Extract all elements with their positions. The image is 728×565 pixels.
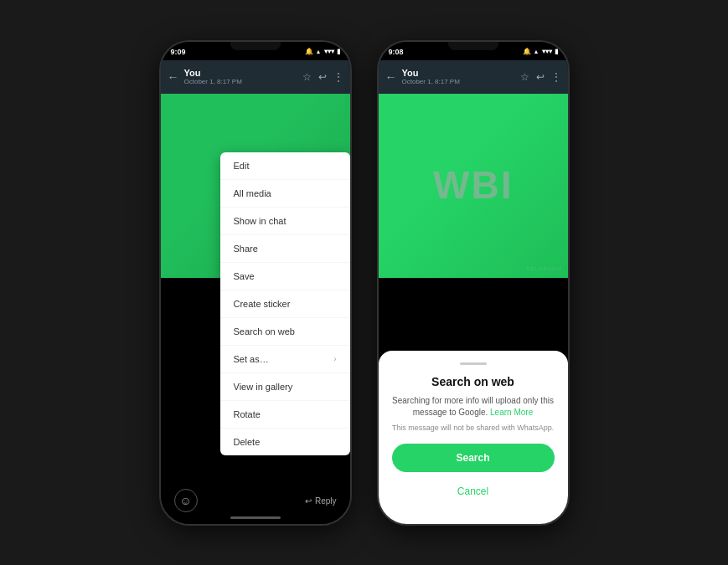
sheet-note: This message will not be shared with Wha… [392,424,555,432]
context-menu-1: Edit All media Show in chat Share Save C… [220,152,350,455]
app-bar-2: ← You October 1, 8:17 PM ☆ ↩ ⋮ [379,60,568,94]
wbi-image-2: WBI CELEBINFO [379,94,568,278]
home-indicator-1 [230,516,281,519]
cancel-button[interactable]: Cancel [392,479,555,504]
notif-icon-2: 🔔 [523,48,531,55]
menu-rotate-label: Rotate [234,409,261,419]
reply-button-1[interactable]: ↩ Reply [305,496,337,506]
sheet-body-line2: message to Google. [413,408,488,417]
wifi-icon: ▾▾▾ [324,48,334,55]
phone-content-1: W CELEBINFO Edit All media Show in chat … [161,94,350,478]
app-title-1: You October 1, 8:17 PM [184,68,297,85]
time-1: 9:09 [171,48,186,56]
battery-icon-2: ▮ [555,48,558,55]
app-bar-icons-1: ☆ ↩ ⋮ [302,71,343,83]
menu-share-label: Share [234,244,258,254]
contact-name-1: You [184,68,297,78]
wifi-icon-2: ▾▾▾ [542,48,552,55]
menu-search-on-web-label: Search on web [234,326,295,336]
emoji-icon: ☺ [179,494,191,507]
contact-date-1: October 1, 8:17 PM [184,78,297,85]
learn-more-link[interactable]: Learn More [490,408,533,417]
reply-label: Reply [315,496,337,506]
menu-show-in-chat[interactable]: Show in chat [220,208,350,235]
phone-2: 9:08 🔔 ▲ ▾▾▾ ▮ ← You October 1, 8:17 PM … [377,40,570,526]
menu-create-sticker-label: Create sticker [234,299,291,309]
sheet-body-line1: Searching for more info will upload only… [392,396,554,405]
menu-all-media[interactable]: All media [220,180,350,208]
menu-view-in-gallery-label: View in gallery [234,382,293,392]
menu-show-in-chat-label: Show in chat [234,216,287,226]
menu-edit-label: Edit [234,161,250,171]
more-icon-2[interactable]: ⋮ [551,71,561,83]
wbi-logo-2: WBI [431,158,515,213]
notch-2 [448,42,498,50]
notch-1 [230,42,281,50]
watermark-2: CELEBINFO [526,266,562,271]
menu-all-media-label: All media [234,188,271,198]
loc-icon-2: ▲ [534,49,540,54]
menu-search-on-web[interactable]: Search on web [220,318,350,346]
forward-icon-1[interactable]: ↩ [318,71,327,83]
forward-icon-2[interactable]: ↩ [536,71,545,83]
menu-edit[interactable]: Edit [220,152,350,180]
status-icons-2: 🔔 ▲ ▾▾▾ ▮ [523,48,558,55]
star-icon-1[interactable]: ☆ [302,71,312,83]
app-bar-1: ← You October 1, 8:17 PM ☆ ↩ ⋮ [161,60,350,94]
notif-icon: 🔔 [305,48,313,55]
back-button-2[interactable]: ← [385,70,397,84]
app-title-2: You October 1, 8:17 PM [402,68,515,85]
app-bar-icons-2: ☆ ↩ ⋮ [520,71,561,83]
battery-icon: ▮ [337,48,340,55]
time-2: 9:08 [389,48,404,56]
menu-share[interactable]: Share [220,235,350,263]
contact-name-2: You [402,68,515,78]
phone-1: 9:09 🔔 ▲ ▾▾▾ ▮ ← You October 1, 8:17 PM … [159,40,352,526]
menu-rotate[interactable]: Rotate [220,401,350,429]
menu-set-as-label: Set as… [234,354,269,364]
more-icon-1[interactable]: ⋮ [333,71,343,83]
menu-save-label: Save [234,271,255,281]
menu-save[interactable]: Save [220,263,350,290]
phone-content-2: WBI CELEBINFO Search on web Searching fo… [379,94,568,524]
contact-date-2: October 1, 8:17 PM [402,78,515,85]
back-button-1[interactable]: ← [168,70,179,84]
menu-view-in-gallery[interactable]: View in gallery [220,373,350,401]
bottom-sheet: Search on web Searching for more info wi… [379,351,568,524]
menu-delete-label: Delete [234,437,261,447]
menu-create-sticker[interactable]: Create sticker [220,290,350,318]
svg-text:WBI: WBI [433,163,513,204]
chevron-icon: › [334,355,337,363]
sheet-title: Search on web [392,375,555,388]
emoji-button-1[interactable]: ☺ [174,489,198,512]
star-icon-2[interactable]: ☆ [520,71,529,83]
status-icons-1: 🔔 ▲ ▾▾▾ ▮ [305,48,340,55]
reply-icon: ↩ [305,496,312,506]
menu-delete[interactable]: Delete [220,429,350,455]
menu-set-as[interactable]: Set as… › [220,346,350,373]
search-button[interactable]: Search [392,444,555,472]
sheet-body: Searching for more info will upload only… [392,395,555,419]
loc-icon: ▲ [316,49,322,54]
sheet-handle [460,362,487,365]
